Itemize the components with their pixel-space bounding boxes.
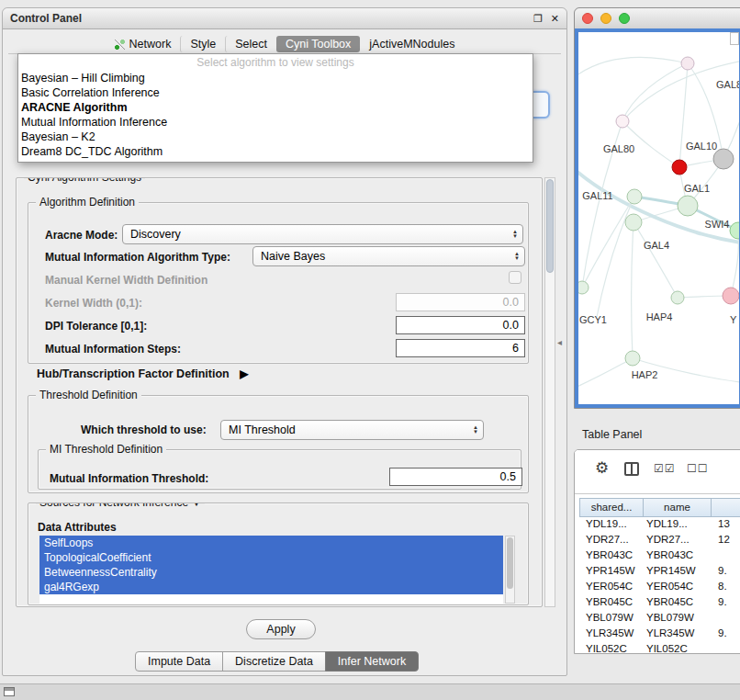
hub-definition-toggle[interactable]: Hub/Transcription Factor Definition ▶ <box>37 367 248 380</box>
network-graph[interactable]: GAL80GAL10GAL11GAL1SWI4GAL4GCY1HAP4HAP2G… <box>578 32 740 406</box>
network-edge[interactable] <box>622 63 688 121</box>
column-selector-icon[interactable] <box>624 462 639 476</box>
algorithm-option-aracne-algorithm[interactable]: ARACNE Algorithm <box>18 100 533 115</box>
select-all-icon[interactable]: ☑☑ <box>654 462 676 475</box>
sources-title[interactable]: Sources for Network Inference▼ <box>36 502 205 509</box>
tab-style[interactable]: Style <box>180 36 225 52</box>
float-window-icon[interactable]: ❐ <box>533 13 543 24</box>
mi-threshold-field[interactable]: 0.5 <box>389 468 522 486</box>
table-row[interactable]: YER054CYER054C8. <box>575 580 740 595</box>
algorithm-option-mutual-information-inference[interactable]: Mutual Information Inference <box>18 115 533 130</box>
table-row[interactable]: YDR27...YDR27...12 <box>575 533 740 548</box>
bottom-tab-bar: Impute DataDiscretize DataInfer Network <box>135 651 419 672</box>
view-scrollbar-button[interactable] <box>730 32 739 45</box>
algorithm-option-bayesian-hill-climbing[interactable]: Bayesian – Hill Climbing <box>18 71 533 85</box>
table-cell: YPR145W <box>586 565 635 576</box>
table-row[interactable]: YBR045CYBR045C9. <box>575 595 740 611</box>
network-node[interactable] <box>672 160 687 175</box>
network-node[interactable] <box>625 351 640 366</box>
combo-arrows-icon: ▲▼ <box>512 230 518 239</box>
node-label-gal4: GAL4 <box>644 240 669 251</box>
settings-scrollbar[interactable] <box>544 177 555 607</box>
network-node[interactable] <box>625 214 642 231</box>
table-cell: 9. <box>718 565 727 576</box>
network-edge[interactable] <box>597 197 634 317</box>
attribute-item-betweennesscentrality[interactable]: BetweennessCentrality <box>39 565 503 580</box>
tab-network[interactable]: Network <box>106 36 181 52</box>
network-edge[interactable] <box>622 60 740 121</box>
deselect-all-icon[interactable]: ☐☐ <box>687 462 709 475</box>
mi-algorithm-type-select[interactable]: Naive Bayes ▲▼ <box>252 246 525 266</box>
algorithm-option-basic-correlation-inference[interactable]: Basic Correlation Inference <box>18 85 533 100</box>
table-row[interactable]: YIL052CYIL052C <box>575 642 740 653</box>
tab-jactivemnodules[interactable]: jActiveMNodules <box>360 36 464 52</box>
network-node[interactable] <box>723 288 739 304</box>
attribute-item-gal4rgexp[interactable]: gal4RGexp <box>39 580 503 594</box>
attributes-scrollbar-thumb[interactable] <box>507 537 513 589</box>
which-threshold-value: MI Threshold <box>229 423 296 436</box>
manual-kernel-width-checkbox[interactable] <box>509 271 521 284</box>
tab-select[interactable]: Select <box>225 36 276 52</box>
panel-restore-icon[interactable] <box>4 687 15 696</box>
network-node[interactable] <box>616 115 629 128</box>
network-window-titlebar[interactable] <box>575 8 740 29</box>
network-canvas[interactable]: GAL80GAL10GAL11GAL1SWI4GAL4GCY1HAP4HAP2G… <box>575 28 740 408</box>
network-edge[interactable] <box>578 358 633 389</box>
close-icon[interactable]: ✕ <box>551 13 559 24</box>
network-node[interactable] <box>627 189 642 204</box>
table-row[interactable]: YLR345WYLR345W9. <box>575 627 740 642</box>
zoom-traffic-light-icon[interactable] <box>619 13 630 24</box>
which-threshold-select[interactable]: MI Threshold ▲▼ <box>220 420 484 440</box>
close-traffic-light-icon[interactable] <box>582 13 593 24</box>
network-edge[interactable] <box>632 222 633 358</box>
bottom-tab-infer-network[interactable]: Infer Network <box>325 651 419 672</box>
node-label-y: Y <box>730 314 737 325</box>
network-edge[interactable] <box>578 57 688 78</box>
algorithm-option-dream8-dc-tdc-algorithm[interactable]: Dream8 DC_TDC Algorithm <box>18 144 533 159</box>
table-row[interactable]: YPR145WYPR145W9. <box>575 564 740 580</box>
bottom-tab-impute-data[interactable]: Impute Data <box>135 651 223 672</box>
dpi-tolerance-field[interactable]: 0.0 <box>396 316 525 334</box>
network-node[interactable] <box>681 57 694 70</box>
settings-group-title: Cyni Algorithm Settings <box>24 177 145 184</box>
network-edge[interactable] <box>633 222 678 298</box>
network-view-window: GAL80GAL10GAL11GAL1SWI4GAL4GCY1HAP4HAP2G… <box>574 7 740 409</box>
network-node[interactable] <box>730 222 740 239</box>
tab-label: Style <box>190 38 216 51</box>
network-edge[interactable] <box>578 168 740 243</box>
table-row[interactable]: YBR043CYBR043C <box>575 548 740 564</box>
tab-label: jActiveMNodules <box>369 38 454 51</box>
table-cell: YER054C <box>646 581 693 592</box>
kernel-width-field[interactable]: 0.0 <box>396 293 525 311</box>
control-panel-titlebar[interactable]: Control Panel ❐ ✕ <box>3 8 566 29</box>
mi-steps-field[interactable]: 6 <box>396 339 525 357</box>
mi-algorithm-type-value: Naive Bayes <box>261 250 325 263</box>
table-cell: 8. <box>718 581 727 592</box>
panel-splitter-arrow[interactable]: ◂ <box>557 337 562 347</box>
column-header-name[interactable]: name <box>644 498 712 517</box>
bottom-tab-discretize-data[interactable]: Discretize Data <box>222 651 326 672</box>
algorithm-option-bayesian-k2[interactable]: Bayesian – K2 <box>18 130 533 144</box>
minimize-traffic-light-icon[interactable] <box>600 13 611 24</box>
table-row[interactable]: YBL079WYBL079W <box>575 611 740 627</box>
network-node[interactable] <box>713 149 734 169</box>
column-header-shared[interactable]: shared... <box>579 498 644 517</box>
network-node[interactable] <box>578 281 589 294</box>
table-cell: YBR045C <box>646 596 693 607</box>
table-cell: YDL19... <box>586 518 627 529</box>
network-node[interactable] <box>671 291 684 304</box>
attribute-item-topologicalcoefficient[interactable]: TopologicalCoefficient <box>39 550 503 565</box>
gear-icon[interactable]: ⚙ <box>595 458 609 478</box>
aracne-mode-select[interactable]: Discovery ▲▼ <box>122 224 523 244</box>
tab-cyni-toolbox[interactable]: Cyni Toolbox <box>276 36 360 52</box>
table-cell: 13 <box>718 518 730 529</box>
table-row[interactable]: YDL19...YDL19...13 <box>575 517 740 533</box>
network-node[interactable] <box>678 196 698 216</box>
mi-threshold-group: MI Threshold Definition Mutual Informati… <box>38 449 521 490</box>
settings-scrollbar-thumb[interactable] <box>546 179 554 273</box>
data-attributes-list[interactable]: SelfLoopsTopologicalCoefficientBetweenne… <box>39 536 503 604</box>
attribute-item-selfloops[interactable]: SelfLoops <box>39 536 503 550</box>
column-header-2[interactable] <box>712 498 740 517</box>
apply-button[interactable]: Apply <box>246 619 316 639</box>
attributes-scrollbar[interactable] <box>505 536 515 604</box>
